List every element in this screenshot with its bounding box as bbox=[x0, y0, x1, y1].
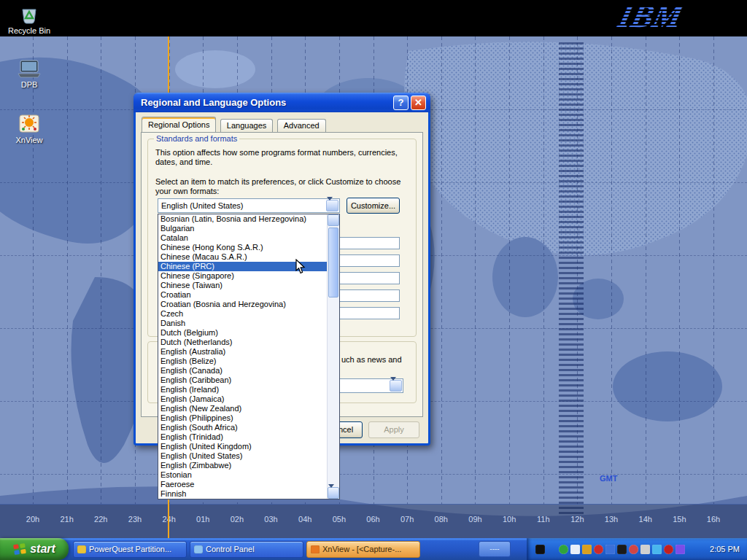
ibm-logo: IBM bbox=[616, 0, 686, 34]
hour-scale: 20h21h22h23h24h01h02h03h04h05h06h07h08h0… bbox=[0, 504, 747, 538]
hour-label: 02h bbox=[231, 515, 244, 524]
timezone-gridline bbox=[543, 36, 544, 505]
start-button[interactable]: start bbox=[0, 538, 69, 560]
timezone-gridline bbox=[67, 36, 68, 505]
language-option[interactable]: English (Australia) bbox=[158, 347, 327, 357]
format-combobox-value: English (United States) bbox=[161, 201, 244, 210]
scroll-down-button[interactable] bbox=[328, 487, 339, 499]
taskbar-clock: 2:05 PM bbox=[710, 545, 740, 553]
tray-icons bbox=[535, 545, 685, 554]
language-option[interactable]: English (Ireland) bbox=[158, 385, 327, 394]
combobox-dropdown-button[interactable] bbox=[390, 380, 402, 392]
tray-icon[interactable] bbox=[582, 545, 592, 554]
desktop-icon-xnview[interactable]: XnView bbox=[1, 114, 58, 144]
language-option[interactable]: Croatian (Bosnia and Herzegovina) bbox=[158, 300, 327, 309]
language-option[interactable]: English (Canada) bbox=[158, 366, 327, 376]
hour-label: 12h bbox=[570, 515, 584, 524]
hour-label: 23h bbox=[128, 515, 142, 524]
customize-button[interactable]: Customize... bbox=[347, 198, 400, 214]
standards-instruction: Select an item to match its preferences,… bbox=[155, 177, 417, 196]
task-button[interactable]: PowerQuest Partition... bbox=[73, 541, 187, 558]
hour-label: 03h bbox=[264, 515, 277, 524]
xnview-icon bbox=[311, 545, 320, 553]
timezone-gridline bbox=[509, 36, 510, 505]
close-icon: ✕ bbox=[414, 97, 422, 108]
hour-label: 20h bbox=[26, 515, 39, 524]
hour-label: 14h bbox=[639, 515, 652, 524]
dialog-titlebar[interactable]: Regional and Language Options ? ✕ bbox=[133, 93, 430, 112]
taskbar-separator-button[interactable]: ---- bbox=[479, 541, 511, 557]
timezone-gridline bbox=[441, 36, 442, 505]
tab-advanced[interactable]: Advanced bbox=[277, 119, 326, 132]
task-buttons: PowerQuest Partition...Control PanelXnVi… bbox=[70, 541, 420, 558]
hour-label: 16h bbox=[707, 515, 720, 524]
language-option[interactable]: Dutch (Belgium) bbox=[158, 328, 327, 338]
close-button[interactable]: ✕ bbox=[411, 96, 426, 110]
windows-flag-icon bbox=[13, 543, 26, 555]
tray-icon[interactable] bbox=[594, 545, 603, 554]
tray-icon[interactable] bbox=[652, 545, 662, 554]
hour-label: 05h bbox=[333, 515, 346, 524]
language-option[interactable]: Dutch (Netherlands) bbox=[158, 338, 327, 347]
language-option[interactable]: English (Trinidad) bbox=[158, 432, 327, 442]
language-option[interactable]: Catalan bbox=[158, 233, 327, 243]
tray-icon[interactable] bbox=[676, 545, 685, 554]
tray-icon[interactable] bbox=[617, 545, 627, 554]
language-option[interactable]: English (Philippines) bbox=[158, 413, 327, 423]
folder-icon bbox=[77, 545, 86, 553]
hour-label: 08h bbox=[435, 515, 448, 524]
language-option[interactable]: Danish bbox=[158, 319, 327, 328]
tab-regional-options[interactable]: Regional Options bbox=[142, 117, 216, 132]
language-option[interactable]: Chinese (Taiwan) bbox=[158, 281, 327, 290]
system-tray: 2:05 PM bbox=[527, 538, 747, 560]
help-icon: ? bbox=[398, 97, 404, 108]
timezone-gridline bbox=[577, 36, 578, 505]
language-option[interactable]: Croatian bbox=[158, 290, 327, 300]
date-line-hatch-band bbox=[559, 42, 584, 515]
icon-label: XnView bbox=[15, 136, 42, 144]
hour-label: 10h bbox=[503, 515, 516, 524]
hour-label: 07h bbox=[400, 515, 414, 524]
language-option[interactable]: English (South Africa) bbox=[158, 423, 327, 432]
tray-icon[interactable] bbox=[640, 545, 650, 554]
tray-icon[interactable] bbox=[605, 545, 615, 554]
combobox-dropdown-button[interactable] bbox=[326, 200, 338, 211]
tray-icon[interactable] bbox=[559, 545, 568, 554]
list-scrollbar[interactable] bbox=[327, 214, 339, 499]
desktop-icon-recycle-bin[interactable]: Recycle Bin bbox=[1, 3, 58, 35]
gmt-label: GMT bbox=[600, 474, 617, 483]
scrollbar-thumb[interactable] bbox=[328, 228, 338, 298]
language-option[interactable]: English (New Zealand) bbox=[158, 404, 327, 413]
language-option[interactable]: English (Jamaica) bbox=[158, 394, 327, 404]
icon-label: DPB bbox=[21, 80, 38, 89]
tab-languages[interactable]: Languages bbox=[220, 119, 273, 132]
language-option[interactable]: Chinese (Hong Kong S.A.R.) bbox=[158, 243, 327, 252]
help-button[interactable]: ? bbox=[393, 96, 409, 110]
language-option[interactable]: English (United States) bbox=[158, 451, 327, 461]
language-option[interactable]: English (Zimbabwe) bbox=[158, 461, 327, 470]
chevron-down-icon bbox=[390, 377, 396, 393]
task-button[interactable]: XnView - [<Capture-... bbox=[306, 541, 420, 558]
language-option[interactable]: Faeroese bbox=[158, 480, 327, 489]
language-option[interactable]: English (Belize) bbox=[158, 357, 327, 366]
taskbar: start PowerQuest Partition...Control Pan… bbox=[0, 538, 747, 560]
language-option[interactable]: English (United Kingdom) bbox=[158, 442, 327, 451]
language-option[interactable]: Czech bbox=[158, 309, 327, 319]
language-option[interactable]: English (Caribbean) bbox=[158, 376, 327, 385]
format-combobox[interactable]: English (United States) bbox=[158, 198, 340, 213]
task-button[interactable]: Control Panel bbox=[190, 541, 303, 558]
language-option[interactable]: Bulgarian bbox=[158, 224, 327, 233]
apply-button[interactable]: Apply bbox=[368, 421, 419, 438]
language-option[interactable]: Finnish bbox=[158, 489, 327, 499]
language-list-items: Bosnian (Latin, Bosnia and Herzegovina)B… bbox=[158, 214, 327, 499]
tray-icon[interactable] bbox=[570, 545, 580, 554]
tray-icon[interactable] bbox=[535, 545, 545, 554]
tray-icon[interactable] bbox=[629, 545, 638, 554]
language-option[interactable]: Estonian bbox=[158, 470, 327, 480]
chevron-down-icon bbox=[328, 484, 334, 500]
group-caption: Standards and formats bbox=[154, 134, 239, 143]
scroll-up-button[interactable] bbox=[328, 214, 339, 226]
language-option[interactable]: Bosnian (Latin, Bosnia and Herzegovina) bbox=[158, 214, 327, 224]
tray-icon[interactable] bbox=[664, 545, 673, 554]
desktop-icon-dpb[interactable]: DPB bbox=[1, 60, 58, 89]
